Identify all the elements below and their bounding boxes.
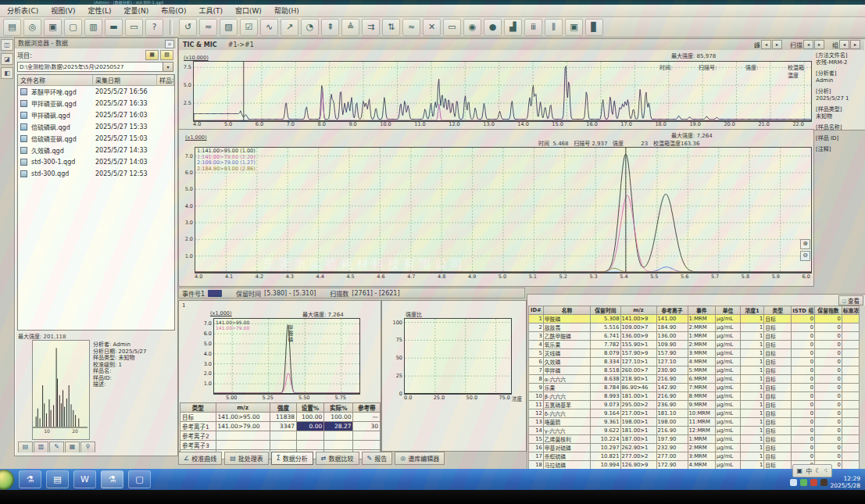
- spinner-left-icon[interactable]: ◂: [803, 40, 813, 49]
- spinner-left-icon[interactable]: ◂: [761, 40, 771, 49]
- quant-column-header[interactable]: m/z: [216, 403, 270, 413]
- baseline-icon[interactable]: ≂: [199, 19, 217, 36]
- panel-pin-icon[interactable]: ▫: [165, 40, 174, 48]
- quant-plot[interactable]: 141.00>95.00141.00>79.00 甲胺磷: [213, 318, 360, 395]
- compound-row[interactable]: 6久效磷8.334127.10>1127.104:MRMµg/mL1目标00: [529, 358, 865, 366]
- taskbar-wps-icon[interactable]: W: [73, 470, 96, 488]
- project-path-dropdown[interactable]: D:\全测检测\数据\2025年\5月\20250527 ▾: [17, 62, 173, 72]
- compound-column-header[interactable]: 参考离子: [656, 306, 688, 315]
- message-icon[interactable]: ▣: [565, 19, 583, 36]
- data-browser-icon[interactable]: ▣: [44, 19, 62, 36]
- menu-item[interactable]: 定量(N): [119, 5, 155, 16]
- file-list-column-header[interactable]: 采集日期: [93, 75, 157, 85]
- comment-icon[interactable]: ▭: [443, 19, 461, 36]
- up-folder-icon[interactable]: ▧: [160, 50, 173, 60]
- menu-item[interactable]: 定性(L): [83, 5, 117, 16]
- compound-row[interactable]: 8α-六六六8.638218.90>1216.906:MRMµg/mL1目标00: [529, 375, 865, 384]
- taskbar-file-icon[interactable]: ▢: [128, 470, 151, 488]
- tab-tune-icon[interactable]: ⚲: [80, 441, 95, 452]
- mode-tab-数据分析[interactable]: Σ数据分析: [271, 452, 313, 465]
- file-list-column-header[interactable]: 文件名称: [18, 75, 93, 85]
- mode-tab-校准曲线[interactable]: ∠校准曲线: [178, 452, 222, 465]
- compound-row[interactable]: 9乐果8.78486.90>46142.907:MRMµg/mL1目标00: [529, 384, 865, 392]
- compound-vscrollbar[interactable]: [859, 306, 865, 484]
- layout-grid-icon[interactable]: ▭: [125, 19, 143, 36]
- clock-icon[interactable]: ◔: [301, 19, 319, 36]
- compound-row[interactable]: 1甲胺磷5.308141.00>9141.001:MRMµg/mL1目标00: [529, 315, 865, 323]
- compound-column-header[interactable]: m/z: [620, 306, 656, 315]
- file-row[interactable]: 倍硫磷亚砜.qgd2025/5/27 15:03: [18, 133, 174, 145]
- file-row[interactable]: std-300.qgd2025/5/27 12:53: [18, 168, 174, 180]
- spinner-right-icon[interactable]: ▸: [772, 40, 782, 49]
- dark-chart-icon[interactable]: ▊: [585, 19, 603, 36]
- small-chart-icon[interactable]: ▟: [504, 19, 522, 36]
- tray-icon[interactable]: [800, 479, 807, 486]
- compound-column-header[interactable]: 单位: [715, 306, 740, 315]
- record-icon[interactable]: ●: [484, 19, 502, 36]
- tray-icon[interactable]: [810, 479, 817, 486]
- mode-tab-谱库编辑器[interactable]: ◎谱库编辑器: [395, 452, 445, 465]
- dense-peaks-icon[interactable]: ⅲ: [524, 19, 542, 36]
- compound-column-header[interactable]: 事件: [688, 306, 715, 315]
- assistant-icon[interactable]: ◫: [1, 39, 13, 51]
- layout-bottom-icon[interactable]: ▬: [105, 19, 123, 36]
- lines-chart-icon[interactable]: ⫼: [545, 19, 563, 36]
- search-spectrum-icon[interactable]: ◉: [463, 19, 481, 36]
- edit-table-icon[interactable]: ▨: [220, 19, 238, 36]
- menu-item[interactable]: 窗口(W): [230, 5, 267, 16]
- tab-data-icon[interactable]: ▤: [18, 441, 33, 452]
- print-preview-icon[interactable]: ◎: [23, 19, 41, 36]
- quant-table-row[interactable]: 目标141.00>95.0011838100.00100.00—: [181, 413, 381, 422]
- preview-chromatogram[interactable]: 1020: [32, 340, 90, 440]
- mode-tab-报告[interactable]: ✎报告: [362, 452, 393, 465]
- wave-icon[interactable]: ≈: [402, 19, 420, 36]
- quant-column-header[interactable]: 强度: [270, 403, 296, 413]
- file-row[interactable]: 苯醚甲环唑.qgd2025/5/27 16:56: [18, 86, 174, 98]
- quant-table-row[interactable]: 参考离子1141.00>79.0033470.0028.2730: [181, 422, 381, 431]
- options-icon[interactable]: ⁖: [824, 467, 827, 474]
- compound-row[interactable]: 17杀螟硫磷10.821277.00>2277.003:MRMµg/mL1目标0…: [529, 452, 865, 461]
- tab-batch-icon[interactable]: ▦: [65, 441, 80, 452]
- quant-table-row[interactable]: 参考离子3: [181, 441, 381, 450]
- language-indicator[interactable]: 中: [806, 466, 812, 475]
- mode-tab-数据比较[interactable]: ⇄数据比较: [316, 452, 359, 465]
- language-bar[interactable]: ▣ 中 ☾ ⁖: [792, 464, 832, 477]
- compound-row[interactable]: 4氧乐果7.782155.90>1109.902:MRMµg/mL1目标00: [529, 341, 865, 349]
- file-list-column-header[interactable]: 样品名: [157, 75, 174, 85]
- mode-tab-批处理表[interactable]: ▤批处理表: [224, 452, 269, 465]
- compound-row[interactable]: 12δ-六六六9.164217.00>1181.1010:MRMµg/mL1目标…: [529, 409, 865, 418]
- undo-icon[interactable]: ↺: [179, 19, 197, 36]
- tic-plot[interactable]: 时间:扫描号:强度:校温箱温度: [193, 61, 812, 122]
- zoom-in-icon[interactable]: ⊕: [800, 239, 810, 249]
- peak-expand-icon[interactable]: ⇞: [321, 19, 339, 36]
- quant-table-row[interactable]: 参考离子2: [181, 431, 381, 441]
- moon-icon[interactable]: ☾: [815, 467, 820, 474]
- menu-item[interactable]: 分析表(C): [2, 5, 44, 16]
- compound-row[interactable]: 5灭线磷8.079157.90>9157.903:MRMµg/mL1目标00: [529, 349, 865, 358]
- jump-icon[interactable]: ↗: [281, 19, 298, 36]
- chevron-down-icon[interactable]: ▾: [163, 63, 173, 71]
- data-explorer-icon[interactable]: ▢: [64, 19, 82, 36]
- compound-row[interactable]: 2敌敌畏5.516109.00>7184.902:MRMµg/mL1目标00: [529, 323, 865, 332]
- compound-row[interactable]: 13咯菌腈9.361198.00>1198.0011:MRMµg/mL1目标00: [529, 418, 865, 427]
- peak-single-icon[interactable]: ≜: [341, 19, 359, 36]
- compound-row[interactable]: 7甲拌磷8.518260.00>7230.905:MRMµg/mL1目标00: [529, 366, 865, 375]
- compound-row[interactable]: 16甲基对硫磷10.297262.90>1232.902:MRMµg/mL1目标…: [529, 444, 865, 452]
- peak-shift-icon[interactable]: ⇉: [362, 19, 380, 36]
- compound-column-header[interactable]: 保留指数: [815, 306, 842, 315]
- tray-icon[interactable]: [790, 479, 797, 486]
- tray-icon[interactable]: [820, 479, 827, 486]
- compound-row[interactable]: 11五氯硝基苯9.073295.00>2236.909:MRMµg/mL1目标0…: [529, 401, 865, 409]
- help-icon[interactable]: ?: [145, 19, 163, 36]
- menu-item[interactable]: 视图(V): [45, 5, 80, 16]
- compound-column-header[interactable]: ID#: [529, 306, 544, 315]
- compound-column-header[interactable]: 保留时间: [591, 306, 620, 315]
- print-icon[interactable]: ▤: [3, 19, 21, 36]
- compound-row[interactable]: 15乙烯菌核利10.224187.00>1197.901:MRMµg/mL1目标…: [529, 435, 865, 444]
- zoom-out-icon[interactable]: ⊖: [800, 251, 810, 261]
- view-button[interactable]: ◻ 查看: [838, 295, 863, 306]
- file-row[interactable]: 久效磷.qgd2025/5/27 14:33: [18, 145, 174, 156]
- start-button[interactable]: [0, 470, 14, 490]
- quant-column-header[interactable]: 类型: [181, 403, 216, 413]
- pin-icon[interactable]: ◪: [1, 53, 13, 65]
